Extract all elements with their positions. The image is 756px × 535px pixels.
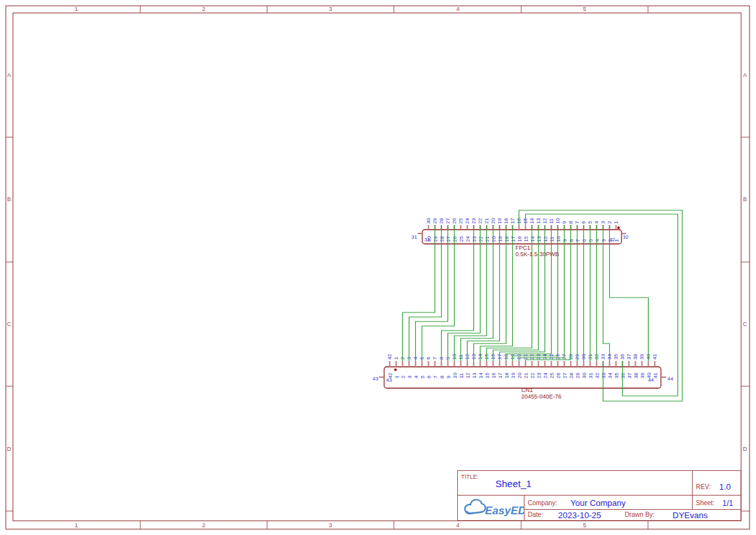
pin-number-outside: 31	[411, 234, 417, 240]
wire-fpc19-cn12[interactable]	[468, 225, 500, 361]
frame-row-label: C	[7, 321, 12, 327]
pin-number-outside: 35	[613, 354, 619, 360]
component-value[interactable]: 20455-040E-76	[521, 393, 561, 400]
pin-number-inside: 43	[386, 377, 392, 383]
pin-number-outside: 17	[510, 218, 515, 224]
pin-cn1-24[interactable]: 2424	[542, 354, 548, 378]
pin-number-outside: 4	[594, 221, 599, 224]
pin-cn1-22[interactable]: 2222	[529, 354, 535, 378]
component-value[interactable]: 0.5K-1.5-30PWB	[515, 251, 559, 257]
frame-row-label: C	[743, 321, 748, 327]
pin-number-outside: 1	[613, 221, 619, 224]
pin-fpc1-31[interactable]: 3131	[411, 234, 430, 243]
frame-column-label: 5	[583, 6, 586, 12]
schematic-canvas[interactable]: 1122334455AABBCCDD3030292928282727262625…	[0, 0, 756, 535]
schematic-sheet: 1122334455AABBCCDD3030292928282727262625…	[0, 0, 756, 535]
date-value[interactable]: 2023-10-25	[558, 510, 601, 520]
pin-cn1-43[interactable]: 4343	[373, 376, 392, 383]
wire-fpc2-cn40[interactable]	[610, 225, 649, 361]
pin-number-inside: 24	[465, 236, 471, 242]
frame-column-label: 4	[456, 6, 459, 12]
title-label: TITLE:	[461, 474, 479, 480]
drawing-frame: 1122334455AABBCCDD	[6, 6, 750, 529]
pin-cn1-42[interactable]: 4242	[387, 354, 393, 378]
pin-cn1-1[interactable]: 11	[393, 356, 400, 378]
easyeda-logo-text: EasyEDA	[485, 505, 524, 517]
drawnby-value[interactable]: DYEvans	[673, 510, 707, 520]
pin-number-inside: 18	[504, 373, 510, 378]
component-designator[interactable]: CN1	[521, 387, 533, 393]
pin-number-inside: 9	[446, 375, 451, 378]
easyeda-logo: EasyEDA	[460, 498, 524, 519]
pin-number-outside: 27	[445, 218, 451, 224]
component-designator[interactable]: FPC1	[515, 245, 530, 251]
pin-number-outside: 30	[426, 218, 431, 224]
pin-cn1-39[interactable]: 3939	[639, 354, 645, 378]
pin-cn1-41[interactable]: 4141	[652, 354, 658, 378]
sheet-title[interactable]: Sheet_1	[495, 478, 532, 489]
rev-value[interactable]: 1.0	[719, 482, 731, 492]
frame-column-label: 2	[202, 522, 205, 529]
pin-cn1-25[interactable]: 2525	[548, 354, 555, 378]
pin-number-inside: 37	[627, 373, 632, 378]
pin-number-inside: 15	[484, 373, 490, 378]
pin-number-inside: 22	[530, 373, 535, 378]
pin-number-outside: 25	[548, 354, 554, 360]
pin-number-outside: 42	[387, 354, 393, 360]
pin1-marker-dot	[618, 226, 620, 229]
pin-number-outside: 24	[464, 218, 470, 224]
pin-number-inside: 32	[609, 237, 615, 243]
pin-cn1-26[interactable]: 2626	[555, 354, 561, 378]
pin-cn1-21[interactable]: 2121	[523, 354, 529, 378]
pin-cn1-7[interactable]: 77	[432, 356, 438, 378]
pin-cn1-38[interactable]: 3838	[632, 354, 639, 378]
pin-number-outside: 43	[373, 376, 378, 382]
pin-number-outside: 38	[632, 354, 638, 360]
pin-number-outside: 20	[490, 218, 496, 224]
pin-number-inside: 44	[648, 377, 654, 383]
pin1-marker-dot	[394, 369, 397, 371]
pin-cn1-23[interactable]: 2323	[535, 354, 542, 378]
wire-fpc28-cn3[interactable]	[409, 225, 442, 361]
pin-number-inside: 2	[400, 375, 406, 378]
frame-row-label: D	[7, 446, 12, 452]
pin-number-outside: 6	[581, 221, 587, 224]
pin-number-inside: 14	[478, 373, 484, 378]
pin-number-outside: 22	[477, 218, 483, 224]
frame-column-label: 5	[583, 522, 586, 529]
pin-number-inside: 19	[510, 373, 516, 378]
pin-number-outside: 39	[639, 354, 645, 360]
pin-number-inside: 31	[588, 373, 594, 378]
pin-number-inside: 5	[420, 375, 426, 378]
pin-number-inside: 10	[452, 373, 458, 378]
component-cn1[interactable]: 4242112233445566778899101011111212131314…	[373, 354, 673, 400]
pin-number-outside: 28	[438, 218, 444, 224]
pin-number-inside: 8	[439, 375, 445, 378]
frame-row-label: D	[743, 446, 748, 452]
pin-number-outside: 22	[529, 354, 535, 360]
pin-number-outside: 19	[497, 218, 502, 224]
wire-fpc29-cn2[interactable]	[403, 225, 435, 361]
frame-column-label: 3	[329, 6, 332, 12]
pin-cn1-37[interactable]: 3737	[626, 354, 632, 378]
frame-row-label: B	[7, 196, 11, 202]
pin-number-outside: 6	[426, 356, 431, 360]
pin-number-inside: 29	[575, 373, 581, 378]
sheet-label: Sheet:	[696, 499, 715, 507]
pin-cn1-6[interactable]: 66	[426, 356, 432, 378]
pin-number-outside: 37	[626, 354, 632, 360]
wire-fpc3-cn34[interactable]	[603, 225, 610, 361]
pin-cn1-35[interactable]: 3535	[613, 354, 620, 378]
sheet-number[interactable]: 1/1	[722, 499, 733, 508]
pin-number-outside: 32	[623, 234, 629, 240]
pin-number-inside: 7	[433, 375, 438, 378]
titleblock-divider	[692, 471, 693, 510]
wire-fpc26-cn5[interactable]	[422, 225, 455, 361]
company-value[interactable]: Your Company	[570, 498, 626, 508]
pin-cn1-20[interactable]: 2020	[516, 354, 523, 378]
frame-column-label: 1	[74, 522, 78, 529]
pin-number-outside: 23	[471, 218, 477, 224]
pin-number-outside: 9	[561, 221, 567, 224]
wire-fpc27-cn4[interactable]	[416, 225, 448, 361]
frame-column-label: 2	[202, 6, 205, 12]
